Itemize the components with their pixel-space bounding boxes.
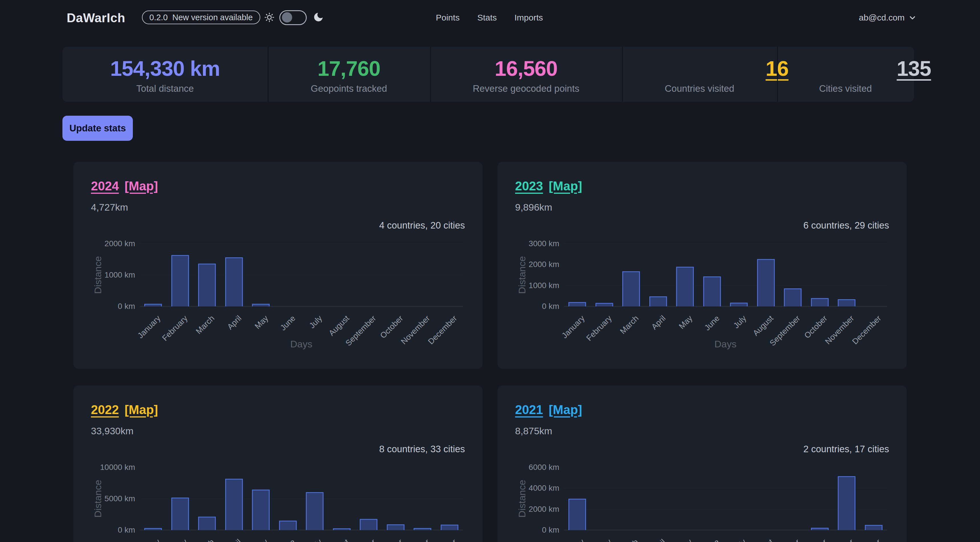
bar-January — [144, 528, 162, 530]
x-axis-label: April — [226, 537, 243, 542]
bar-August — [333, 528, 351, 530]
bar-April — [225, 257, 243, 306]
stat-cell-4: 135Cities visited — [777, 47, 914, 102]
y-axis-tick: 1000 km — [497, 281, 559, 290]
y-axis-tick: 2000 km — [73, 239, 135, 248]
x-axis-label: December — [426, 537, 459, 542]
bar-February — [171, 497, 189, 530]
update-stats-button[interactable]: Update stats — [62, 116, 133, 141]
map-link-2022[interactable]: [Map] — [124, 403, 158, 416]
x-axis-label: December — [850, 314, 883, 346]
y-axis-tick: 2000 km — [497, 260, 559, 269]
summary-stats-strip: 154,330 kmTotal distance17,760Geopoints … — [62, 47, 914, 102]
x-axis-label: August — [751, 314, 775, 338]
x-axis-label: November — [399, 314, 432, 346]
stat-label: Total distance — [62, 83, 268, 94]
year-distance: 33,930km — [91, 426, 134, 437]
stat-label: Geopoints tracked — [268, 83, 430, 94]
x-axis-label: July — [732, 537, 748, 542]
bar-January — [144, 304, 162, 306]
x-axis-label: August — [327, 314, 351, 338]
theme-toggle[interactable] — [279, 10, 307, 25]
x-axis-label: August — [327, 537, 351, 542]
year-countries-cities: 4 countries, 20 cities — [379, 220, 465, 231]
y-axis-tick: 10000 km — [73, 463, 135, 472]
year-link-2022[interactable]: 2022 — [91, 403, 119, 416]
x-axis-label: January — [136, 314, 162, 340]
x-axis-label: May — [677, 537, 694, 542]
x-axis-label: March — [618, 537, 641, 542]
x-axis-label: January — [560, 537, 587, 542]
gridline — [564, 285, 887, 286]
year-card-header: 2023[Map] — [515, 178, 588, 194]
year-card-2024: 2024[Map]4,727km4 countries, 20 cities0 … — [73, 162, 483, 369]
distance-bar-chart: 0 km2000 km4000 km6000 kmJanuaryFebruary… — [497, 467, 907, 542]
year-distance: 9,896km — [515, 202, 552, 213]
year-card-2021: 2021[Map]8,875km2 countries, 17 cities0 … — [497, 386, 907, 542]
app-logo[interactable]: DaWarIch — [67, 11, 125, 25]
y-axis-tick: 1000 km — [73, 270, 135, 280]
year-link-2023[interactable]: 2023 — [515, 179, 543, 193]
bar-November — [414, 528, 431, 530]
bar-February — [171, 255, 189, 306]
distance-bar-chart: 0 km1000 km2000 km3000 kmJanuaryFebruary… — [497, 244, 907, 369]
x-axis-label: June — [703, 314, 721, 332]
x-axis-label: June — [278, 537, 297, 542]
bar-July — [730, 303, 748, 306]
x-axis-label: October — [802, 537, 829, 542]
map-link-2021[interactable]: [Map] — [549, 403, 582, 416]
bar-March — [622, 271, 640, 306]
stat-label: Reverse geocoded points — [430, 83, 622, 94]
x-axis-label: October — [378, 314, 405, 340]
x-axis-label: December — [426, 314, 459, 346]
version-message: New version available — [172, 13, 253, 22]
moon-icon — [313, 11, 324, 23]
map-link-2023[interactable]: [Map] — [549, 179, 582, 193]
bar-May — [676, 267, 694, 306]
year-card-2023: 2023[Map]9,896km6 countries, 29 cities0 … — [497, 162, 907, 369]
bar-March — [198, 517, 216, 530]
x-axis-label: March — [194, 314, 216, 336]
stat-cell-0: 154,330 kmTotal distance — [62, 47, 268, 102]
bar-December — [441, 525, 458, 530]
x-axis-label: March — [194, 537, 216, 542]
bar-October — [387, 525, 404, 530]
year-distance: 4,727km — [91, 202, 128, 213]
gridline — [564, 243, 887, 244]
x-axis-label: April — [650, 314, 667, 331]
x-axis-label: September — [768, 537, 802, 542]
nav-link-stats[interactable]: Stats — [477, 13, 496, 22]
x-axis-label: February — [585, 314, 614, 343]
x-axis-title: Days — [290, 339, 312, 350]
year-link-2021[interactable]: 2021 — [515, 403, 543, 416]
bar-October — [811, 528, 829, 530]
year-cards-grid: 2024[Map]4,727km4 countries, 20 cities0 … — [73, 162, 907, 542]
year-countries-cities: 8 countries, 33 cities — [379, 444, 465, 455]
year-link-2024[interactable]: 2024 — [91, 179, 119, 193]
stat-value[interactable]: 135 — [845, 57, 980, 80]
stat-cell-2: 16,560Reverse geocoded points — [430, 47, 622, 102]
year-card-header: 2022[Map] — [91, 402, 164, 418]
nav-link-imports[interactable]: Imports — [514, 13, 543, 22]
y-axis-title: Distance — [517, 480, 528, 518]
map-link-2024[interactable]: [Map] — [124, 179, 158, 193]
x-axis-label: May — [677, 314, 694, 331]
x-axis-label: June — [278, 314, 297, 332]
y-axis-tick: 0 km — [497, 525, 559, 535]
x-axis-label: February — [161, 537, 189, 542]
sun-icon — [264, 12, 275, 23]
stat-value: 17,760 — [268, 57, 430, 80]
x-axis-label: October — [378, 537, 405, 542]
x-axis-label: April — [650, 537, 667, 542]
y-axis-tick: 0 km — [73, 525, 135, 535]
nav-link-points[interactable]: Points — [436, 13, 460, 22]
y-axis-tick: 0 km — [497, 302, 559, 311]
year-card-2022: 2022[Map]33,930km8 countries, 33 cities0… — [73, 386, 483, 542]
x-axis-label: March — [618, 314, 641, 336]
x-axis-label: September — [344, 537, 378, 542]
bar-November — [838, 476, 856, 530]
stat-label: Countries visited — [622, 83, 777, 94]
user-menu[interactable]: ab@cd.com — [859, 13, 916, 22]
version-badge[interactable]: 0.2.0 New version available — [142, 11, 260, 24]
x-axis-label: February — [585, 537, 614, 542]
